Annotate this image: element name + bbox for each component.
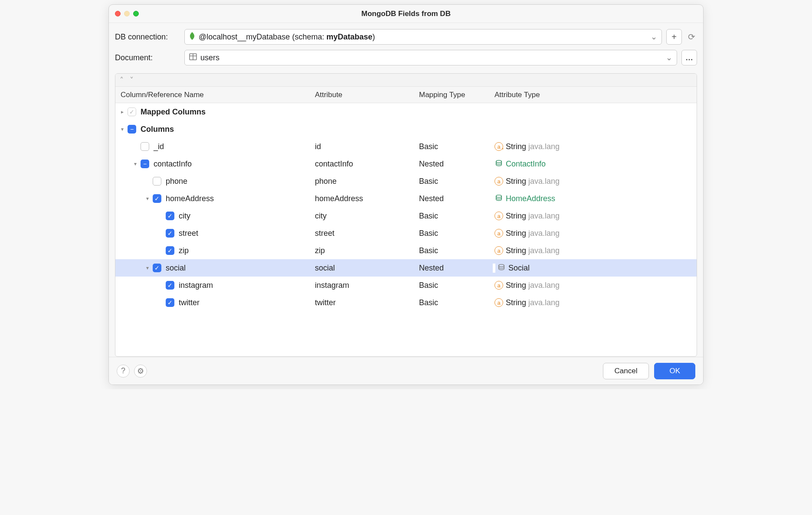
ellipsis-icon: …: [685, 53, 693, 62]
row-attribute-type: aString java.lang: [493, 212, 697, 221]
row-checkbox[interactable]: [141, 142, 149, 151]
row-checkbox[interactable]: ✓: [166, 246, 174, 255]
expand-all-button[interactable]: ˅: [130, 75, 134, 85]
row-attribute-type: aString java.lang: [493, 142, 697, 151]
chevron-down-icon: ⌄: [651, 32, 657, 42]
attribute-icon: a: [494, 246, 503, 255]
id-attribute-icon: a: [494, 142, 503, 151]
row-attribute-type: aString java.lang: [493, 298, 697, 307]
form-area: DB connection: @localhost__myDatabase (s…: [109, 23, 703, 73]
settings-button[interactable]: ⚙: [134, 365, 147, 378]
chevron-down-icon: ⌄: [666, 53, 672, 62]
table-row[interactable]: ▾✓homeAddresshomeAddressNestedHomeAddres…: [115, 190, 697, 207]
db-connection-value: @localhost__myDatabase (schema: myDataba…: [199, 33, 375, 42]
help-icon: ?: [121, 366, 125, 375]
attribute-icon: a: [494, 298, 503, 307]
db-connection-combo[interactable]: @localhost__myDatabase (schema: myDataba…: [184, 29, 662, 45]
row-mapping-type: Basic: [419, 229, 493, 238]
cancel-button[interactable]: Cancel: [603, 363, 649, 379]
row-checkbox[interactable]: −: [128, 125, 136, 134]
row-attribute-type: Social: [495, 264, 697, 273]
table-row[interactable]: ▸✓twittertwitterBasicaString java.lang: [115, 294, 697, 311]
help-button[interactable]: ?: [117, 365, 130, 378]
row-name: city: [179, 212, 190, 221]
row-attribute-type: aString java.lang: [493, 281, 697, 290]
document-value: users: [200, 53, 219, 62]
row-checkbox[interactable]: ✓: [166, 212, 174, 220]
row-mapping-type: Basic: [419, 142, 493, 151]
svg-point-5: [499, 264, 504, 267]
svg-point-4: [496, 195, 502, 197]
row-checkbox[interactable]: ✓: [166, 298, 174, 307]
document-combo[interactable]: users ⌄: [184, 50, 677, 65]
row-checkbox[interactable]: −: [141, 160, 149, 168]
row-checkbox[interactable]: [153, 177, 161, 186]
row-attribute-type: aString java.lang: [493, 229, 697, 238]
table-row[interactable]: ▸✓citycityBasicaString java.lang: [115, 207, 697, 225]
table-row[interactable]: ▸✓streetstreetBasicaString java.lang: [115, 225, 697, 242]
row-attribute-type: aString java.lang: [493, 246, 697, 255]
row-checkbox[interactable]: ✓: [166, 281, 174, 290]
row-mapping-type: Nested: [419, 160, 493, 169]
row-name: twitter: [179, 298, 200, 307]
row-checkbox[interactable]: ✓: [153, 194, 161, 203]
table-row[interactable]: ▸phonephoneBasicaString java.lang: [115, 173, 697, 190]
row-name: zip: [179, 246, 189, 255]
table-row[interactable]: ▾✓socialsocialNestedSocial: [115, 259, 697, 277]
row-attribute-type: aString java.lang: [493, 177, 697, 186]
tree-toggle[interactable]: ▾: [118, 126, 127, 132]
row-attribute: id: [315, 142, 419, 151]
dialog-window: MongoDB Fields from DB DB connection: @l…: [108, 4, 704, 385]
table-row[interactable]: ▸_ididBasicaString java.lang: [115, 138, 697, 155]
row-mapping-type: Basic: [419, 177, 493, 186]
ok-button[interactable]: OK: [654, 363, 695, 379]
row-name: Columns: [141, 125, 174, 134]
row-attribute-type: HomeAddress: [493, 194, 697, 203]
collapse-all-button[interactable]: ˄: [120, 75, 124, 85]
header-name[interactable]: Column/Reference Name: [115, 91, 315, 99]
refresh-button[interactable]: ⟳: [686, 32, 697, 42]
table-icon: [189, 53, 197, 62]
attribute-icon: a: [494, 212, 503, 220]
table-row[interactable]: ▸✓instagraminstagramBasicaString java.la…: [115, 277, 697, 294]
row-name: Mapped Columns: [141, 108, 206, 117]
table-row[interactable]: ▾−contactInfocontactInfoNestedContactInf…: [115, 155, 697, 173]
plus-icon: +: [671, 32, 677, 42]
row-mapping-type: Basic: [419, 246, 493, 255]
row-checkbox[interactable]: ✓: [166, 229, 174, 238]
header-mapping-type[interactable]: Mapping Type: [419, 91, 493, 99]
row-attribute: phone: [315, 177, 419, 186]
table-row[interactable]: ▸✓zipzipBasicaString java.lang: [115, 242, 697, 259]
row-mapping-type: Nested: [419, 194, 493, 203]
document-label: Document:: [115, 53, 180, 62]
refresh-icon: ⟳: [688, 32, 695, 42]
mongodb-leaf-icon: [189, 32, 195, 42]
row-mapping-type: Basic: [419, 212, 493, 221]
document-more-button[interactable]: …: [681, 50, 697, 65]
tree-toggle[interactable]: ▾: [143, 196, 152, 202]
row-name: homeAddress: [166, 194, 214, 203]
row-name: social: [166, 264, 186, 273]
row-checkbox[interactable]: ✓: [128, 108, 136, 116]
header-attribute-type[interactable]: Attribute Type: [493, 91, 697, 99]
tree-toggle[interactable]: ▾: [143, 265, 152, 271]
table-header: Column/Reference Name Attribute Mapping …: [115, 87, 697, 103]
row-name: instagram: [179, 281, 213, 290]
row-attribute: contactInfo: [315, 160, 419, 169]
tree-toggle[interactable]: ▸: [118, 109, 127, 115]
table-row[interactable]: ▸✓Mapped Columns: [115, 103, 697, 121]
row-name: _id: [154, 142, 164, 151]
tree-toggle[interactable]: ▾: [131, 161, 140, 167]
titlebar: MongoDB Fields from DB: [109, 5, 703, 23]
row-mapping-type: Basic: [419, 281, 493, 290]
attribute-icon: a: [494, 177, 503, 186]
table-row[interactable]: ▾−Columns: [115, 121, 697, 138]
row-name: phone: [166, 177, 187, 186]
row-attribute: homeAddress: [315, 194, 419, 203]
attribute-icon: a: [494, 281, 503, 290]
add-connection-button[interactable]: +: [666, 29, 682, 45]
row-checkbox[interactable]: ✓: [153, 264, 161, 272]
dialog-footer: ? ⚙ Cancel OK: [109, 357, 703, 385]
row-attribute: instagram: [315, 281, 419, 290]
header-attribute[interactable]: Attribute: [315, 91, 419, 99]
